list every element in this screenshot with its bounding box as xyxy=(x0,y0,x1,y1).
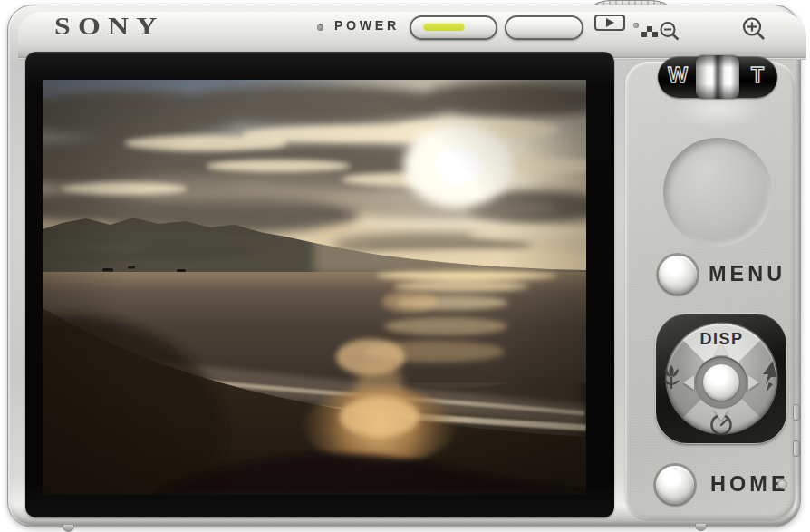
shutter-button[interactable] xyxy=(505,15,583,40)
screw-icon xyxy=(777,479,787,489)
zoom-out-icon xyxy=(659,21,684,47)
strap-lug xyxy=(793,440,800,457)
access-led-icon xyxy=(633,23,639,28)
home-button[interactable] xyxy=(656,466,694,504)
rear-control-panel xyxy=(625,62,796,519)
menu-label: MENU xyxy=(709,262,786,286)
zoom-rocker-roller[interactable] xyxy=(696,55,739,99)
zoom-rocker[interactable]: W T xyxy=(658,56,777,98)
pad-right-arrow-icon[interactable] xyxy=(748,375,759,390)
bottom-foot xyxy=(695,524,707,531)
power-button[interactable] xyxy=(410,15,497,40)
power-button-accent xyxy=(423,23,465,31)
playback-button[interactable] xyxy=(594,15,625,31)
brand-logo: SONY xyxy=(54,13,165,41)
zoom-tele-label[interactable]: T xyxy=(739,63,776,88)
zoom-in-icon xyxy=(741,16,770,47)
menu-button[interactable] xyxy=(659,256,697,294)
index-icon xyxy=(641,26,658,37)
lcd-photo xyxy=(43,80,586,495)
flash-icon[interactable] xyxy=(760,361,780,397)
pad-left-arrow-icon[interactable] xyxy=(683,375,694,390)
macro-icon[interactable] xyxy=(659,363,684,396)
zoom-wide-label[interactable]: W xyxy=(660,63,696,88)
strap-lug xyxy=(793,404,800,421)
thumb-rest xyxy=(663,138,772,247)
lcd-bezel xyxy=(25,52,614,517)
playback-icon xyxy=(606,18,614,27)
camera-back-photo: SONY POWER W T MENU DISP xyxy=(0,0,810,532)
center-ok-button[interactable] xyxy=(703,364,739,401)
pad-down-arrow-icon[interactable] xyxy=(714,410,728,421)
rocker-mound xyxy=(670,96,765,129)
power-label: POWER xyxy=(334,18,400,33)
power-led-icon xyxy=(317,24,323,31)
bottom-foot xyxy=(63,525,74,532)
pad-up-arrow-icon[interactable] xyxy=(714,344,728,355)
